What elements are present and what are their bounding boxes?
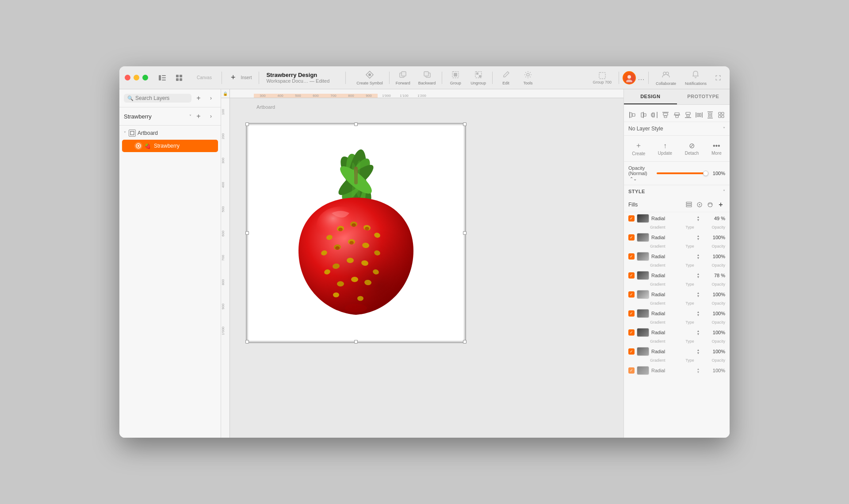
expand-sidebar-button[interactable]: › [206, 93, 216, 103]
fill-stepper-9[interactable]: ▲ ▼ [696, 367, 701, 374]
style-section-chevron-icon[interactable]: ˅ [723, 189, 725, 194]
fill-stepper-6[interactable]: ▲ ▼ [696, 310, 701, 317]
handle-bm[interactable] [354, 340, 358, 344]
fills-add-button[interactable]: + [716, 200, 725, 209]
stepper-down-9[interactable]: ▼ [696, 370, 701, 374]
fill-stepper-1[interactable]: ▲ ▼ [696, 215, 701, 221]
align-center-v-button[interactable] [639, 110, 648, 120]
stepper-up-2[interactable]: ▲ [696, 234, 701, 237]
stepper-down-1[interactable]: ▼ [696, 218, 701, 221]
grid-toggle-button[interactable] [172, 72, 186, 84]
stepper-down-8[interactable]: ▼ [696, 351, 701, 355]
stepper-up-7[interactable]: ▲ [696, 329, 701, 332]
layer-row-strawberry[interactable]: 🍓 Strawberry [122, 140, 218, 152]
fill-preview-1[interactable] [637, 214, 649, 223]
fill-stepper-3[interactable]: ▲ ▼ [696, 253, 701, 260]
artboard-frame[interactable] [248, 125, 464, 341]
expand-button[interactable] [712, 72, 724, 84]
update-style-button[interactable]: ↑ Update [654, 140, 676, 157]
align-center-h-button[interactable] [672, 110, 682, 120]
fill-preview-3[interactable] [637, 252, 649, 261]
fill-preview-2[interactable] [637, 233, 649, 242]
group-button[interactable]: Group [445, 69, 466, 87]
stepper-up-1[interactable]: ▲ [696, 215, 701, 218]
fill-type-4[interactable]: Radial [651, 273, 693, 278]
handle-tl[interactable] [245, 122, 249, 126]
fill-type-5[interactable]: Radial [651, 292, 693, 297]
artboard-row[interactable]: ˅ Artboard [119, 127, 221, 139]
align-right-edges-button[interactable] [650, 110, 659, 120]
tidy-button[interactable] [716, 110, 726, 120]
more-options-button[interactable]: … [638, 74, 645, 82]
stepper-up-4[interactable]: ▲ [696, 272, 701, 275]
stepper-down-2[interactable]: ▼ [696, 237, 701, 241]
create-symbol-button[interactable]: Create Symbol [353, 69, 386, 87]
stepper-up-6[interactable]: ▲ [696, 310, 701, 313]
handle-lm[interactable] [245, 231, 249, 235]
fill-type-1[interactable]: Radial [651, 216, 693, 221]
handle-bl[interactable] [245, 340, 249, 344]
fill-stepper-7[interactable]: ▲ ▼ [696, 329, 701, 336]
tab-design[interactable]: DESIGN [624, 89, 677, 104]
stepper-down-6[interactable]: ▼ [696, 313, 701, 317]
stepper-down-3[interactable]: ▼ [696, 256, 701, 260]
fill-stepper-8[interactable]: ▲ ▼ [696, 348, 701, 355]
stepper-up-3[interactable]: ▲ [696, 253, 701, 256]
notifications-button[interactable]: Notifications [681, 69, 710, 87]
stepper-down-4[interactable]: ▼ [696, 275, 701, 279]
more-style-button[interactable]: ••• More [708, 140, 725, 157]
distribute-h-button[interactable] [694, 110, 704, 120]
handle-br[interactable] [463, 340, 467, 344]
stepper-up-9[interactable]: ▲ [696, 367, 701, 370]
stepper-up-8[interactable]: ▲ [696, 348, 701, 351]
add-page-button[interactable]: + [193, 93, 204, 103]
align-top-edges-button[interactable] [661, 110, 670, 120]
fill-stepper-2[interactable]: ▲ ▼ [696, 234, 701, 241]
fill-checkbox-5[interactable]: ✓ [628, 291, 635, 298]
fill-type-6[interactable]: Radial [651, 311, 693, 316]
insert-button[interactable]: + ▾ [228, 71, 240, 84]
align-left-edges-button[interactable] [627, 110, 637, 120]
fill-stepper-4[interactable]: ▲ ▼ [696, 272, 701, 279]
fill-preview-5[interactable] [637, 290, 649, 299]
fill-checkbox-7[interactable]: ✓ [628, 329, 635, 336]
stepper-down-5[interactable]: ▼ [696, 294, 701, 298]
distribute-v-button[interactable] [705, 110, 715, 120]
fill-type-3[interactable]: Radial [651, 254, 693, 259]
tab-prototype[interactable]: PROTOTYPE [677, 89, 730, 104]
group700-button[interactable]: Group 700 [589, 70, 615, 85]
fills-layers-icon[interactable] [685, 200, 693, 209]
fill-preview-6[interactable] [637, 309, 649, 318]
collaborate-button[interactable]: Collaborate [652, 69, 680, 87]
fill-preview-4[interactable] [637, 271, 649, 280]
fill-checkbox-2[interactable]: ✓ [628, 234, 635, 241]
fill-checkbox-8[interactable]: ✓ [628, 348, 635, 355]
minimize-button[interactable] [134, 75, 139, 80]
detach-style-button[interactable]: ⊘ Detach [681, 140, 703, 157]
sidebar-toggle-button[interactable] [155, 72, 169, 84]
fill-checkbox-9[interactable]: ✓ [628, 367, 635, 374]
forward-button[interactable]: Forward [392, 69, 414, 87]
fills-mask-icon[interactable] [706, 200, 715, 209]
artboard-canvas[interactable]: Artboard [230, 98, 623, 438]
page-chevron-icon[interactable]: ˅ [189, 114, 191, 119]
fill-preview-9[interactable] [637, 366, 649, 375]
opacity-thumb[interactable] [703, 171, 708, 176]
fills-settings-icon[interactable] [695, 200, 704, 209]
stepper-up-5[interactable]: ▲ [696, 291, 701, 294]
fill-type-8[interactable]: Radial [651, 349, 693, 354]
handle-tr[interactable] [463, 122, 467, 126]
fill-type-2[interactable]: Radial [651, 235, 693, 240]
edit-button[interactable]: Edit [495, 69, 516, 87]
create-style-button[interactable]: ＋ Create [628, 139, 649, 158]
fill-checkbox-3[interactable]: ✓ [628, 253, 635, 260]
layer-style-select[interactable]: No Layer Style [628, 126, 721, 132]
fill-checkbox-6[interactable]: ✓ [628, 310, 635, 317]
stepper-down-7[interactable]: ▼ [696, 332, 701, 336]
expand-layers-button[interactable]: › [206, 111, 216, 122]
search-box[interactable]: 🔍 [124, 94, 191, 103]
fill-checkbox-1[interactable]: ✓ [628, 215, 635, 221]
fill-preview-7[interactable] [637, 328, 649, 337]
handle-tm[interactable] [354, 122, 358, 126]
fill-stepper-5[interactable]: ▲ ▼ [696, 291, 701, 298]
